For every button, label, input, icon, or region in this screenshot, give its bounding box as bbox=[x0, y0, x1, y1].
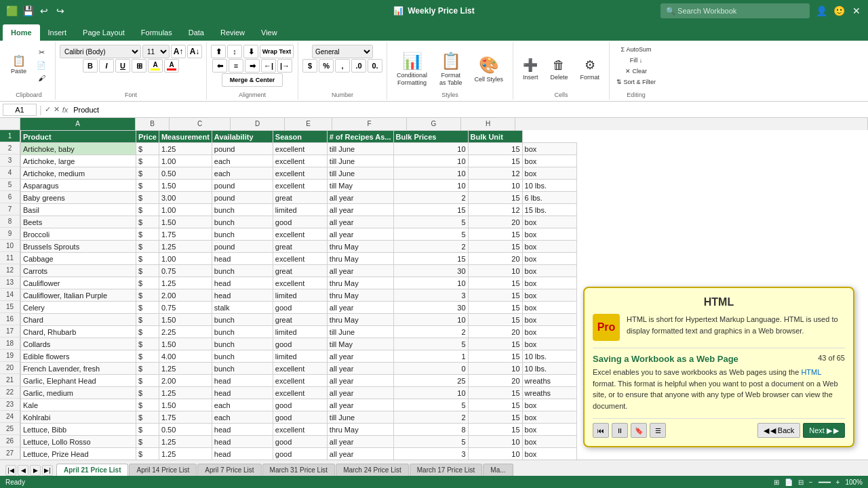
price-cell[interactable]: 1.25 bbox=[159, 363, 212, 375]
bulk-unit-cell[interactable]: box bbox=[522, 143, 576, 155]
measurement-cell[interactable]: pound bbox=[212, 241, 273, 253]
col-header-d[interactable]: D bbox=[231, 118, 285, 130]
decrease-indent-button[interactable]: ←| bbox=[261, 59, 276, 73]
product-cell[interactable]: Kohlrabi bbox=[21, 411, 136, 424]
italic-button[interactable]: I bbox=[99, 59, 114, 73]
price-cell[interactable]: 1.00 bbox=[159, 204, 212, 216]
bulk-prices-cell[interactable]: 15 bbox=[468, 350, 522, 363]
table-row[interactable]: Collards$1.50bunchgoodtill May515box bbox=[21, 338, 577, 350]
measurement-cell[interactable]: bunch bbox=[212, 326, 273, 338]
font-name-select[interactable]: Calibri (Body) bbox=[60, 45, 141, 58]
recipes-cell[interactable]: 8 bbox=[393, 424, 468, 436]
table-row[interactable]: Asparagus$1.50poundexcellenttill May1010… bbox=[21, 180, 577, 192]
bulk-prices-cell[interactable]: 15 bbox=[468, 289, 522, 302]
season-cell[interactable]: all year bbox=[327, 436, 393, 448]
fill-color-button[interactable]: A bbox=[148, 59, 163, 73]
underline-button[interactable]: U bbox=[115, 59, 130, 73]
currency-cell[interactable]: $ bbox=[136, 180, 159, 192]
recipes-cell[interactable]: 3 bbox=[393, 289, 468, 302]
availability-cell[interactable]: good bbox=[273, 399, 327, 411]
bulk-prices-cell[interactable]: 10 bbox=[468, 448, 522, 460]
recipes-cell[interactable]: 10 bbox=[393, 180, 468, 192]
recipes-cell[interactable]: 0 bbox=[393, 363, 468, 375]
measurement-cell[interactable]: head bbox=[212, 436, 273, 448]
currency-cell[interactable]: $ bbox=[136, 424, 159, 436]
product-cell[interactable]: Celery bbox=[21, 302, 136, 314]
bulk-unit-cell[interactable]: box bbox=[522, 424, 576, 436]
sheet-tab-april21[interactable]: April 21 Price List bbox=[56, 464, 128, 476]
bulk-prices-cell[interactable]: 12 bbox=[468, 204, 522, 216]
row-num-17[interactable]: 17 bbox=[0, 325, 20, 338]
product-cell[interactable]: Artichoke, large bbox=[21, 155, 136, 167]
season-cell[interactable]: till May bbox=[327, 338, 393, 350]
recipes-cell[interactable]: 30 bbox=[393, 302, 468, 314]
product-cell[interactable]: Carrots bbox=[21, 265, 136, 277]
autosum-button[interactable]: Σ AutoSum bbox=[614, 45, 658, 54]
col-header-a[interactable]: A bbox=[20, 118, 136, 130]
currency-cell[interactable]: $ bbox=[136, 277, 159, 289]
currency-cell[interactable]: $ bbox=[136, 314, 159, 326]
table-row[interactable]: Artichoke, large$1.00eachexcellenttill J… bbox=[21, 155, 577, 167]
row-num-7[interactable]: 7 bbox=[0, 203, 20, 216]
currency-cell[interactable]: $ bbox=[136, 338, 159, 350]
table-row[interactable]: Cabbage$1.00headexcellentthru May1520box bbox=[21, 253, 577, 265]
availability-cell[interactable]: limited bbox=[273, 350, 327, 363]
bulk-unit-cell[interactable]: box bbox=[522, 314, 576, 326]
table-row[interactable]: Carrots$0.75bunchgreatall year3010box bbox=[21, 265, 577, 277]
format-painter-button[interactable]: 🖌 bbox=[32, 73, 51, 83]
number-format-select[interactable]: General bbox=[312, 45, 373, 58]
product-cell[interactable]: Artichoke, medium bbox=[21, 167, 136, 180]
recipes-cell[interactable]: 10 bbox=[393, 155, 468, 167]
recipes-cell[interactable]: 5 bbox=[393, 216, 468, 228]
recipes-cell[interactable]: 2 bbox=[393, 411, 468, 424]
season-cell[interactable]: all year bbox=[327, 265, 393, 277]
row-num-5[interactable]: 5 bbox=[0, 179, 20, 191]
recipes-cell[interactable]: 10 bbox=[393, 167, 468, 180]
col-header-h[interactable]: H bbox=[461, 118, 515, 130]
table-row[interactable]: Cauliflower$1.25headexcellentthru May101… bbox=[21, 277, 577, 289]
recipes-cell[interactable]: 5 bbox=[393, 338, 468, 350]
availability-cell[interactable]: excellent bbox=[273, 424, 327, 436]
align-middle-button[interactable]: ↕ bbox=[227, 45, 242, 58]
bulk-prices-cell[interactable]: 15 bbox=[468, 143, 522, 155]
availability-cell[interactable]: excellent bbox=[273, 387, 327, 399]
tab-home[interactable]: Home bbox=[3, 24, 40, 41]
table-row[interactable]: French Lavender, fresh$1.25bunchexcellen… bbox=[21, 363, 577, 375]
bulk-unit-cell[interactable]: box bbox=[522, 436, 576, 448]
availability-cell[interactable]: excellent bbox=[273, 155, 327, 167]
availability-cell[interactable]: excellent bbox=[273, 228, 327, 241]
availability-cell[interactable]: good bbox=[273, 302, 327, 314]
minimize-icon[interactable]: 🙂 bbox=[833, 5, 845, 17]
tab-first-button[interactable]: |◀ bbox=[5, 465, 16, 476]
table-row[interactable]: Baby greens$3.00poundgreatall year2156 l… bbox=[21, 192, 577, 204]
table-row[interactable]: Lettuce, Lollo Rosso$1.25headgoodall yea… bbox=[21, 436, 577, 448]
season-cell[interactable]: thru May bbox=[327, 253, 393, 265]
measurement-cell[interactable]: each bbox=[212, 155, 273, 167]
row-num-9[interactable]: 9 bbox=[0, 228, 20, 240]
undo-icon[interactable]: ↩ bbox=[38, 5, 50, 17]
table-row[interactable]: Kale$1.50eachgoodall year515box bbox=[21, 399, 577, 411]
col-header-b[interactable]: B bbox=[136, 118, 170, 130]
bulk-unit-cell[interactable]: box bbox=[522, 265, 576, 277]
border-button[interactable]: ⊞ bbox=[132, 59, 146, 73]
font-color-button[interactable]: A bbox=[164, 59, 179, 73]
availability-cell[interactable]: great bbox=[273, 241, 327, 253]
bulk-prices-cell[interactable]: 15 bbox=[468, 424, 522, 436]
check-formula[interactable]: ✓ bbox=[45, 105, 51, 114]
sheet-tab-more[interactable]: Ma... bbox=[483, 464, 513, 476]
measurement-cell[interactable]: head bbox=[212, 289, 273, 302]
cut-button[interactable]: ✂ bbox=[32, 47, 51, 58]
clear-button[interactable]: ✕ Clear bbox=[614, 66, 658, 76]
product-cell[interactable]: Lettuce, Lollo Rosso bbox=[21, 436, 136, 448]
season-cell[interactable]: till June bbox=[327, 155, 393, 167]
bulk-prices-cell[interactable]: 15 bbox=[468, 241, 522, 253]
price-cell[interactable]: 1.50 bbox=[159, 180, 212, 192]
currency-cell[interactable]: $ bbox=[136, 387, 159, 399]
currency-cell[interactable]: $ bbox=[136, 448, 159, 460]
percent-button[interactable]: % bbox=[319, 59, 334, 73]
availability-cell[interactable]: excellent bbox=[273, 167, 327, 180]
bulk-prices-cell[interactable]: 15 bbox=[468, 192, 522, 204]
zoom-slider[interactable]: ━━━ bbox=[818, 479, 831, 486]
measurement-cell[interactable]: head bbox=[212, 375, 273, 387]
availability-cell[interactable]: good bbox=[273, 411, 327, 424]
